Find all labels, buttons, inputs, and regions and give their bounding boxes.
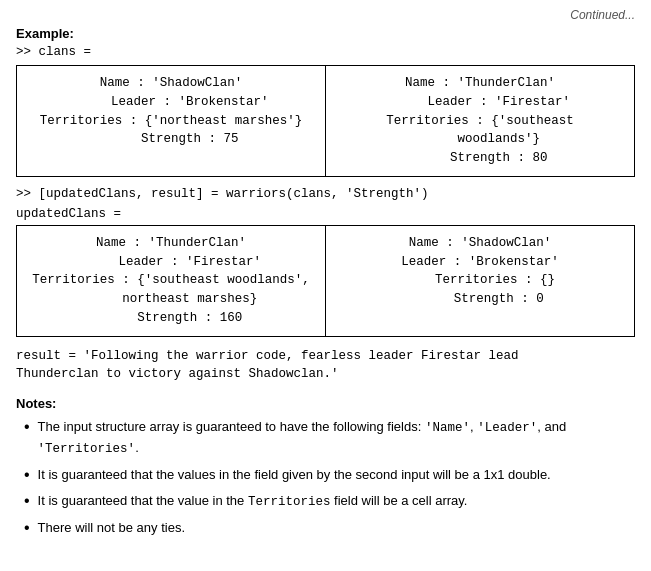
updated-clans-cell1: Name : 'ThunderClan' Leader : 'Firestar'… xyxy=(17,226,326,336)
result-text-line2: Thunderclan to victory against Shadowcla… xyxy=(16,367,339,381)
clans-table: Name : 'ShadowClan' Leader : 'Brokenstar… xyxy=(16,65,635,177)
note-code-leader: 'Leader' xyxy=(477,421,537,435)
note-text-1: The input structure array is guaranteed … xyxy=(38,417,635,459)
clans-table-cell1: Name : 'ShadowClan' Leader : 'Brokenstar… xyxy=(17,66,326,176)
note-item-2: • It is guaranteed that the values in th… xyxy=(24,465,635,486)
result-line: result = 'Following the warrior code, fe… xyxy=(16,347,635,385)
result-text-line1: result = 'Following the warrior code, fe… xyxy=(16,349,519,363)
note-item-4: • There will not be any ties. xyxy=(24,518,635,539)
command1: >> clans = xyxy=(16,45,635,59)
updated-clans-label: updatedClans = xyxy=(16,207,635,221)
example-label: Example: xyxy=(16,26,635,41)
notes-title: Notes: xyxy=(16,396,635,411)
note-text-3: It is guaranteed that the value in the T… xyxy=(38,491,635,512)
bullet-3: • xyxy=(24,491,30,512)
continued-label: Continued... xyxy=(16,8,635,22)
command2: >> [updatedClans, result] = warriors(cla… xyxy=(16,187,635,201)
note-code-name: 'Name' xyxy=(425,421,470,435)
bullet-1: • xyxy=(24,417,30,438)
updated-clans-table: Name : 'ThunderClan' Leader : 'Firestar'… xyxy=(16,225,635,337)
note-code-territories: 'Territories' xyxy=(38,442,136,456)
notes-section: Notes: • The input structure array is gu… xyxy=(16,396,635,539)
clans-table-cell2: Name : 'ThunderClan' Leader : 'Firestar'… xyxy=(326,66,634,176)
note-text-4: There will not be any ties. xyxy=(38,518,635,538)
note-code-territories-field: Territories xyxy=(248,495,331,509)
bullet-2: • xyxy=(24,465,30,486)
bullet-4: • xyxy=(24,518,30,539)
note-text-2: It is guaranteed that the values in the … xyxy=(38,465,635,485)
updated-clans-cell2: Name : 'ShadowClan' Leader : 'Brokenstar… xyxy=(326,226,634,336)
note-item-1: • The input structure array is guarantee… xyxy=(24,417,635,459)
notes-list: • The input structure array is guarantee… xyxy=(16,417,635,539)
note-item-3: • It is guaranteed that the value in the… xyxy=(24,491,635,512)
